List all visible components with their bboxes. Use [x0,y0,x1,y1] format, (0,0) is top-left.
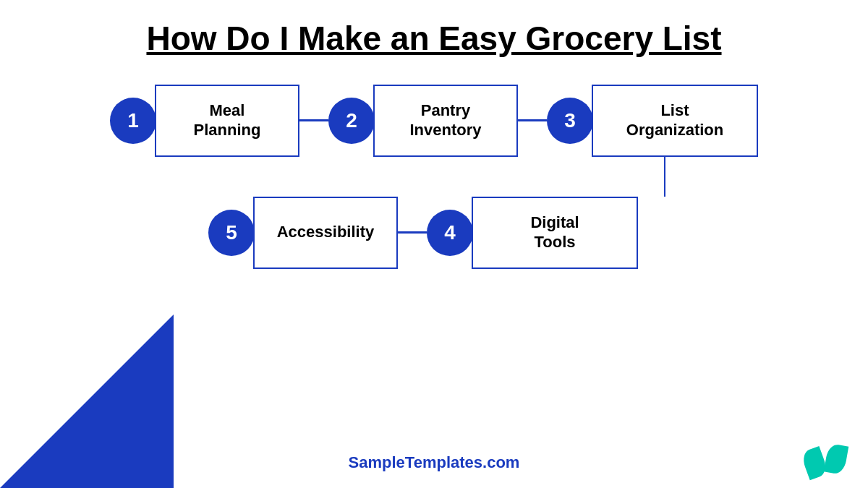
vert-connector-wrapper [119,157,749,197]
step-group-4: 4 DigitalTools [427,197,638,269]
step-group-2: 2 PantryInventory [328,85,518,157]
step-circle-1: 1 [110,98,156,144]
step-label-4: DigitalTools [530,213,579,252]
flow-diagram: 1 MealPlanning 2 PantryInventory 3 [0,85,868,269]
step-circle-4: 4 [427,210,473,256]
page-title: How Do I Make an Easy Grocery List [146,20,721,57]
leaf-right [824,443,849,475]
connector-5-4 [398,231,427,234]
decorative-leaves [803,445,846,474]
row-1: 1 MealPlanning 2 PantryInventory 3 [110,85,758,157]
step-group-5: 5 Accessibility [208,197,398,269]
vertical-connector-3-4 [664,157,666,197]
step-label-2: PantryInventory [409,101,481,140]
step-label-3: ListOrganization [626,101,723,140]
decorative-triangle [0,314,174,488]
step-group-1: 1 MealPlanning [110,85,299,157]
watermark: SampleTemplates.com [349,453,520,472]
step-box-3: ListOrganization [592,85,758,157]
step-group-3: 3 ListOrganization [547,85,758,157]
step-label-5: Accessibility [277,223,375,241]
step-circle-3: 3 [547,98,593,144]
step-box-2: PantryInventory [373,85,518,157]
connector-2-3 [518,119,547,121]
step-label-1: MealPlanning [194,101,261,140]
step-box-1: MealPlanning [155,85,299,157]
step-circle-2: 2 [328,98,375,144]
step-circle-5: 5 [208,210,255,256]
step-box-4: DigitalTools [472,197,638,269]
step-box-5: Accessibility [253,197,398,269]
row-2: 5 Accessibility 4 DigitalTools [208,197,638,269]
connector-1-2 [299,119,328,121]
